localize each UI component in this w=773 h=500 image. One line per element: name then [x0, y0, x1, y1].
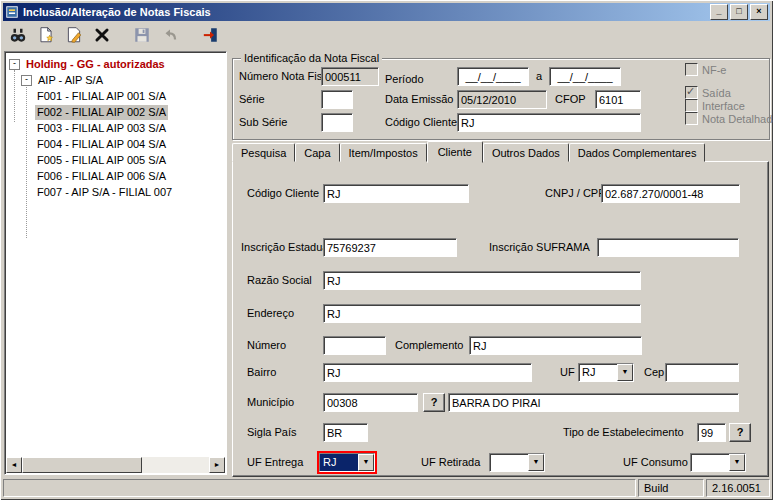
- inscricao-estadual-field[interactable]: [323, 238, 457, 257]
- inscricao-suframa-field[interactable]: [597, 238, 739, 257]
- cnpj-cpf-field[interactable]: [601, 184, 740, 203]
- checkbox-icon[interactable]: [685, 63, 698, 76]
- tree-branch-label[interactable]: F004 - FILIAL AIP 004 S/A: [35, 137, 168, 152]
- tree-item-f003[interactable]: F003 - FILIAL AIP 003 S/A: [35, 121, 168, 136]
- numero-nota-fiscal-field[interactable]: [321, 67, 379, 86]
- tree-item-f005[interactable]: F005 - FILIAL AIP 005 S/A: [35, 153, 168, 168]
- municipio-lookup-button[interactable]: ?: [423, 393, 445, 412]
- chevron-down-icon[interactable]: ▼: [528, 454, 544, 471]
- sub-serie-field[interactable]: [321, 113, 353, 132]
- cnpj-cpf-label: CNPJ / CPF: [545, 187, 605, 199]
- status-panel-main: [3, 479, 636, 497]
- tree-branch-label-selected[interactable]: F002 - FILIAL AIP 002 S/A: [35, 105, 168, 120]
- title-bar[interactable]: Inclusão/Alteração de Notas Fiscais _ □ …: [3, 3, 770, 21]
- window-title: Inclusão/Alteração de Notas Fiscais: [23, 6, 708, 18]
- uf-retirada-combo[interactable]: ▼: [489, 453, 545, 472]
- tab-outros-dados[interactable]: Outros Dados: [483, 143, 569, 162]
- tipo-estabelecimento-lookup-button[interactable]: ?: [729, 423, 751, 442]
- numero-label: Número: [247, 339, 286, 351]
- serie-field[interactable]: [321, 90, 353, 109]
- collapse-box-icon[interactable]: -: [21, 75, 32, 86]
- tab-cliente[interactable]: Cliente: [427, 141, 483, 163]
- numero-field[interactable]: [323, 336, 386, 355]
- nota-detalhada-checkbox[interactable]: Nota Detalhada: [685, 112, 773, 125]
- find-button[interactable]: [4, 21, 32, 49]
- tree-item-f002[interactable]: F002 - FILIAL AIP 002 S/A: [35, 105, 168, 120]
- delete-button[interactable]: [88, 21, 116, 49]
- cfop-label: CFOP: [555, 93, 586, 105]
- uf-consumo-combo-value[interactable]: [691, 454, 729, 471]
- tree-root-label[interactable]: Holding - GG - autorizadas: [24, 57, 167, 72]
- cliente-tab-panel: Código Cliente CNPJ / CPF Inscrição Esta…: [232, 161, 769, 477]
- tree-item-f007[interactable]: F007 - AIP S/A - FILIAL 007: [35, 185, 174, 200]
- save-button[interactable]: [128, 21, 156, 49]
- codigo-cliente-field[interactable]: [323, 184, 469, 203]
- uf-consumo-combo[interactable]: ▼: [690, 453, 746, 472]
- tree-horizontal-scrollbar[interactable]: ◄ ►: [6, 457, 225, 473]
- insert-button[interactable]: [32, 21, 60, 49]
- cfop-field[interactable]: [595, 90, 641, 109]
- undo-icon: [161, 26, 179, 44]
- tab-capa[interactable]: Capa: [295, 143, 339, 162]
- scroll-right-button[interactable]: ►: [209, 457, 225, 473]
- undo-button[interactable]: [156, 21, 184, 49]
- edit-button[interactable]: [60, 21, 88, 49]
- company-tree[interactable]: - Holding - GG - autorizadas - AIP - AIP…: [4, 51, 227, 475]
- scroll-left-button[interactable]: ◄: [6, 457, 22, 473]
- floppy-save-icon: [133, 26, 151, 44]
- delete-x-icon: [93, 26, 111, 44]
- uf-entrega-combo[interactable]: RJ ▼: [319, 453, 375, 472]
- interface-checkbox[interactable]: Interface: [685, 99, 745, 112]
- uf-entrega-combo-value[interactable]: RJ: [320, 454, 358, 471]
- data-emissao-field[interactable]: [457, 90, 547, 109]
- close-button[interactable]: ×: [750, 4, 768, 20]
- sub-serie-label: Sub Série: [239, 116, 287, 128]
- sigla-pais-field[interactable]: [323, 423, 368, 442]
- binoculars-icon: [9, 26, 27, 44]
- tree-item-company[interactable]: - AIP - AIP S/A: [21, 73, 105, 88]
- tree-item-f006[interactable]: F006 - FILIAL AIP 006 S/A: [35, 169, 168, 184]
- maximize-button[interactable]: □: [730, 4, 748, 20]
- tree-branch-label[interactable]: F003 - FILIAL AIP 003 S/A: [35, 121, 168, 136]
- saida-checkbox[interactable]: Saída: [685, 86, 731, 99]
- minimize-button[interactable]: _: [710, 4, 728, 20]
- uf-combo-value[interactable]: RJ: [579, 364, 617, 381]
- chevron-down-icon[interactable]: ▼: [358, 454, 374, 471]
- razao-social-field[interactable]: [323, 271, 641, 290]
- nfe-checkbox[interactable]: NF-e: [685, 63, 726, 76]
- tree-company-label[interactable]: AIP - AIP S/A: [36, 73, 105, 88]
- uf-retirada-combo-value[interactable]: [490, 454, 528, 471]
- tipo-estabelecimento-field[interactable]: [697, 423, 726, 442]
- uf-combo[interactable]: RJ ▼: [578, 363, 634, 382]
- serie-label: Série: [239, 93, 265, 105]
- codigo-cliente-header-field[interactable]: [457, 113, 641, 132]
- uf-label: UF: [560, 366, 575, 378]
- exit-button[interactable]: [196, 21, 224, 49]
- tree-item-root[interactable]: - Holding - GG - autorizadas: [9, 57, 167, 72]
- tree-branch-label[interactable]: F005 - FILIAL AIP 005 S/A: [35, 153, 168, 168]
- tree-branch-label[interactable]: F007 - AIP S/A - FILIAL 007: [35, 185, 174, 200]
- tab-item-impostos[interactable]: Item/Impostos: [340, 143, 427, 162]
- bairro-field[interactable]: [323, 363, 532, 382]
- checkbox-icon[interactable]: [685, 112, 698, 125]
- tree-branch-label[interactable]: F006 - FILIAL AIP 006 S/A: [35, 169, 168, 184]
- tree-item-f004[interactable]: F004 - FILIAL AIP 004 S/A: [35, 137, 168, 152]
- endereco-field[interactable]: [323, 304, 641, 323]
- periodo-to-field[interactable]: [549, 67, 621, 86]
- collapse-box-icon[interactable]: -: [9, 59, 20, 70]
- checkbox-icon[interactable]: [685, 99, 698, 112]
- scroll-thumb[interactable]: [22, 457, 142, 473]
- cep-field[interactable]: [665, 363, 739, 382]
- tab-strip: Pesquisa Capa Item/Impostos Cliente Outr…: [232, 142, 705, 162]
- municipio-nome-field[interactable]: [448, 393, 739, 412]
- tab-dados-complementares[interactable]: Dados Complementares: [569, 143, 706, 162]
- chevron-down-icon[interactable]: ▼: [729, 454, 745, 471]
- periodo-from-field[interactable]: [457, 67, 529, 86]
- chevron-down-icon[interactable]: ▼: [617, 364, 633, 381]
- tree-item-f001[interactable]: F001 - FILIAL AIP 001 S/A: [35, 89, 168, 104]
- checkbox-checked-icon[interactable]: [685, 86, 698, 99]
- municipio-codigo-field[interactable]: [323, 393, 418, 412]
- tab-pesquisa[interactable]: Pesquisa: [232, 143, 295, 162]
- complemento-field[interactable]: [469, 336, 642, 355]
- tree-branch-label[interactable]: F001 - FILIAL AIP 001 S/A: [35, 89, 168, 104]
